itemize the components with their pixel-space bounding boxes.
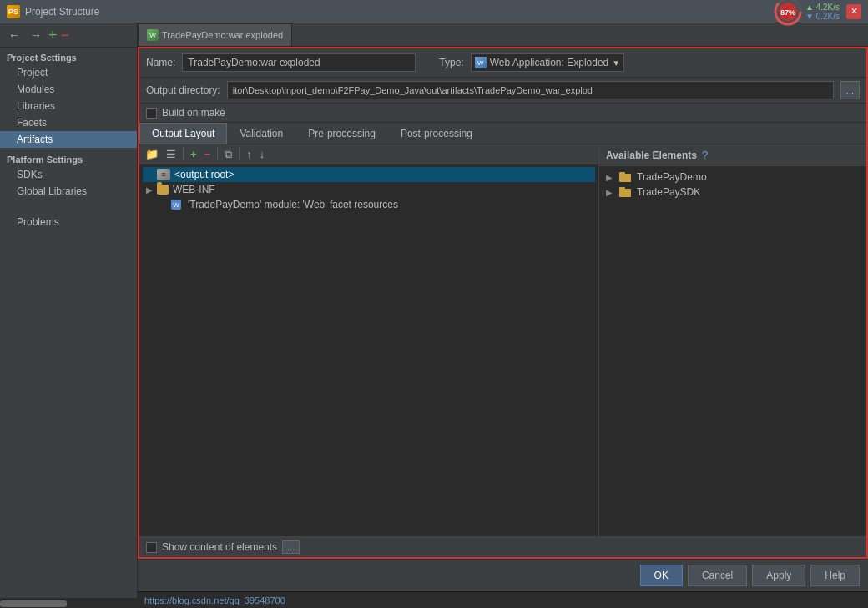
title-bar-right: 87% ▲ 4.2K/s ▼ 0.2K/s ✕ (774, 0, 861, 26)
tab-pre-processing[interactable]: Pre-processing (295, 123, 388, 144)
sidebar-item-modules[interactable]: Modules (0, 81, 137, 98)
show-content-checkbox[interactable] (146, 542, 157, 553)
tree-pane: 📁 ☰ + − ⧉ ↑ ↓ (139, 144, 599, 536)
remove-artifact-button[interactable]: − (61, 28, 70, 43)
available-item-tradepay-sdk[interactable]: ▶ TradePaySDK (603, 185, 863, 200)
content-area: Name: Type: W Web Application: Exploded … (138, 47, 868, 559)
sidebar-item-project[interactable]: Project (0, 64, 137, 81)
tab-validation[interactable]: Validation (227, 123, 295, 144)
project-settings-label: Project Settings (0, 48, 137, 64)
build-make-row: Build on make (139, 104, 866, 123)
cpu-monitor: 87% (774, 0, 802, 26)
platform-settings-label: Platform Settings (0, 148, 137, 166)
move-down-button[interactable]: ↓ (257, 148, 268, 160)
type-select-arrow: ▼ (612, 58, 620, 68)
tree-item-output-root[interactable]: ≡ <output root> (143, 167, 595, 182)
available-header: Available Elements ? (599, 144, 866, 166)
available-elements-pane: Available Elements ? ▶ (599, 144, 866, 536)
sidebar: ← → + − Project Settings Project Modules… (0, 23, 138, 608)
forward-button[interactable]: → (27, 27, 45, 43)
close-button[interactable]: ✕ (846, 4, 861, 19)
output-root-icon: ≡ (157, 169, 170, 180)
add-element-button[interactable]: + (188, 148, 199, 160)
type-select[interactable]: W Web Application: Exploded ▼ (471, 53, 624, 72)
expand-arrow-demo: ▶ (606, 173, 616, 182)
status-bar: https://blog.csdn.net/qq_39548700 (138, 591, 868, 608)
show-content-label: Show content of elements (162, 541, 277, 553)
filter-button[interactable]: ☰ (164, 148, 179, 160)
tree-content: ≡ <output root> ▶ WEB-INF (139, 164, 598, 536)
net-up: ▲ 4.2K/s (805, 3, 840, 12)
type-label: Type: (439, 57, 463, 68)
show-in-explorer-button[interactable]: 📁 (143, 148, 161, 160)
svg-text:W: W (173, 201, 179, 209)
name-input[interactable] (182, 53, 416, 72)
available-item-tradepay-demo[interactable]: ▶ TradePayDemo (603, 170, 863, 185)
expand-arrow-sdk: ▶ (606, 188, 616, 197)
sidebar-item-facets[interactable]: Facets (0, 114, 137, 131)
tree-item-web-inf[interactable]: ▶ WEB-INF (143, 182, 595, 197)
remove-element-button[interactable]: − (202, 148, 214, 160)
sidebar-item-libraries[interactable]: Libraries (0, 98, 137, 114)
svg-text:87%: 87% (780, 8, 795, 17)
output-dir-input[interactable] (227, 81, 834, 99)
folder-icon-sdk (619, 187, 631, 197)
tab-post-processing[interactable]: Post-processing (388, 123, 485, 144)
help-icon[interactable]: ? (702, 149, 708, 161)
name-label: Name: (146, 57, 175, 68)
title-bar: PS Project Structure 87% ▲ 4.2K/s ▼ 0.2K… (0, 0, 868, 23)
folder-icon-web-inf (157, 185, 169, 195)
dialog-buttons: OK Cancel Apply Help (138, 559, 868, 591)
title-bar-text: Project Structure (25, 6, 99, 18)
sidebar-item-sdks[interactable]: SDKs (0, 166, 137, 183)
sidebar-item-problems[interactable]: Problems (0, 213, 137, 231)
tree-toolbar: 📁 ☰ + − ⧉ ↑ ↓ (139, 144, 598, 164)
artifact-tab[interactable]: W TradePayDemo:war exploded (138, 23, 292, 46)
ok-button[interactable]: OK (640, 565, 683, 586)
sidebar-scrollbar (0, 598, 137, 608)
available-title: Available Elements (606, 149, 697, 161)
show-content-more-button[interactable]: ... (282, 540, 300, 554)
name-type-row: Name: Type: W Web Application: Exploded … (139, 48, 866, 78)
copy-button[interactable]: ⧉ (222, 148, 235, 160)
artifact-tab-label: TradePayDemo:war exploded (162, 30, 283, 40)
tree-item-facet-resources[interactable]: W 'TradePayDemo' module: 'Web' facet res… (143, 197, 595, 212)
status-url: https://blog.csdn.net/qq_39548700 (144, 595, 285, 605)
app-icon: PS (7, 5, 20, 18)
browse-button[interactable]: ... (840, 81, 860, 99)
folder-icon-demo (619, 172, 631, 182)
sidebar-toolbar: ← → + − (0, 23, 137, 48)
add-artifact-button[interactable]: + (48, 28, 58, 43)
cancel-button[interactable]: Cancel (688, 565, 747, 586)
facet-resources-icon: W (170, 199, 182, 210)
apply-button[interactable]: Apply (752, 565, 805, 586)
back-button[interactable]: ← (5, 27, 23, 43)
toolbar-separator-1 (183, 147, 184, 160)
tab-output-layout[interactable]: Output Layout (139, 123, 227, 144)
main-container: ← → + − Project Settings Project Modules… (0, 23, 868, 608)
tree-arrow-web-inf: ▶ (146, 185, 154, 195)
bottom-area: Show content of elements ... (139, 536, 866, 557)
output-dir-label: Output directory: (146, 84, 220, 96)
sidebar-item-global-libraries[interactable]: Global Libraries (0, 183, 137, 200)
help-button[interactable]: Help (810, 565, 860, 586)
toolbar-separator-3 (239, 147, 240, 160)
available-content: ▶ TradePayDemo ▶ (599, 166, 866, 536)
net-stats: ▲ 4.2K/s ▼ 0.2K/s (805, 3, 840, 21)
svg-rect-9 (619, 187, 625, 190)
move-up-button[interactable]: ↑ (244, 148, 255, 160)
build-on-make-label: Build on make (162, 107, 225, 119)
type-select-text: Web Application: Exploded (490, 57, 609, 68)
title-bar-left: PS Project Structure (7, 5, 99, 18)
build-on-make-checkbox[interactable] (146, 108, 157, 119)
net-down: ▼ 0.2K/s (805, 12, 840, 21)
scrollbar-thumb[interactable] (0, 600, 67, 607)
layout-area: 📁 ☰ + − ⧉ ↑ ↓ (139, 144, 866, 536)
artifact-tab-icon: W (147, 29, 159, 41)
sidebar-item-artifacts[interactable]: Artifacts (0, 131, 137, 148)
type-select-icon: W (475, 57, 487, 68)
artifact-tab-bar: W TradePayDemo:war exploded (138, 23, 868, 47)
svg-rect-7 (619, 172, 625, 175)
right-panel: W TradePayDemo:war exploded Name: Type: … (138, 23, 868, 608)
toolbar-separator-2 (217, 147, 218, 160)
